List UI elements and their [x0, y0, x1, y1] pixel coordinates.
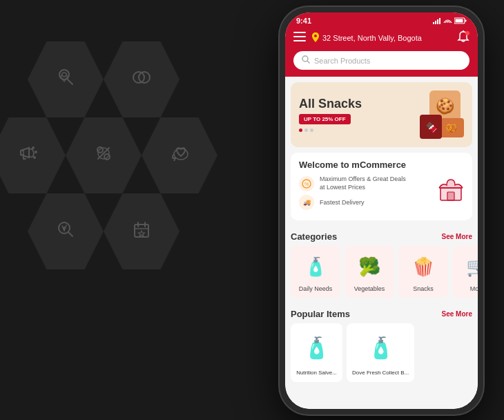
- categories-header: Categories See More: [285, 226, 478, 246]
- product-card-1[interactable]: 🧴 Nutrition Salve...: [291, 323, 342, 382]
- banner-dot-1: [299, 128, 302, 132]
- banner-image: 🍪 🥨 🍫: [409, 90, 464, 139]
- svg-point-38: [302, 56, 308, 61]
- search-icon: [302, 55, 310, 66]
- popular-see-more[interactable]: See More: [442, 310, 472, 318]
- svg-point-1: [62, 73, 66, 77]
- hamburger-icon[interactable]: [293, 32, 306, 44]
- location-pin-icon: [311, 32, 320, 44]
- svg-rect-26: [435, 21, 436, 24]
- category-more-image: 🛒: [460, 251, 478, 283]
- banner-dots: [299, 128, 409, 132]
- svg-point-8: [32, 146, 35, 149]
- svg-rect-32: [293, 32, 306, 33]
- delivery-icon: 🚚: [299, 195, 314, 210]
- banner-title: All Snacks: [299, 97, 409, 111]
- popular-section: Popular Items See More 🧴 Nutrition Salve…: [285, 303, 478, 388]
- product-card-2[interactable]: 🧴 Dove Fresh Collect B...: [347, 323, 414, 382]
- promo-banner[interactable]: All Snacks UP TO 25% OFF 🍪 🥨 🍫: [291, 82, 472, 147]
- welcome-title: Welcome to mCommerce: [299, 160, 464, 170]
- category-vegetables-image: 🥦: [352, 251, 387, 283]
- svg-rect-31: [456, 19, 463, 23]
- welcome-section: Welcome to mCommerce % Maximum O: [291, 153, 472, 220]
- status-icons: [433, 17, 467, 24]
- hex-item-7: [104, 193, 180, 269]
- hex-item-4: [66, 117, 142, 193]
- category-vegetables-label: Vegetables: [354, 285, 385, 292]
- store-icon: [438, 175, 464, 207]
- banner-text-area: All Snacks UP TO 25% OFF: [299, 97, 409, 133]
- welcome-feature-1: Maximum Offers & Great Dealsat Lowest Pr…: [320, 175, 406, 191]
- svg-point-0: [59, 70, 69, 79]
- banner-dot-2: [304, 128, 308, 132]
- hex-item-6: [28, 193, 104, 269]
- category-vegetables[interactable]: 🥦 Vegetables: [345, 246, 394, 298]
- welcome-row-1: % Maximum Offers & Great Dealsat Lowest …: [299, 175, 438, 191]
- search-bar[interactable]: Search Products: [293, 51, 469, 70]
- offers-icon: %: [299, 176, 314, 191]
- search-bar-container: Search Products: [285, 51, 478, 77]
- svg-rect-5: [21, 151, 23, 155]
- category-daily-needs-label: Daily Needs: [299, 285, 333, 292]
- product-name-2: Dove Fresh Collect B...: [352, 370, 409, 376]
- phone-screen: 9:41: [285, 12, 478, 409]
- category-snacks-image: 🍿: [406, 251, 440, 283]
- signal-icon: [433, 18, 441, 24]
- popular-items-row: 🧴 Nutrition Salve... 🧴 Dove Fresh Collec…: [285, 323, 478, 382]
- svg-rect-33: [293, 36, 306, 37]
- popular-header: Popular Items See More: [285, 303, 478, 323]
- phone-frame: 9:41: [280, 7, 483, 414]
- svg-rect-30: [465, 20, 467, 22]
- category-snacks[interactable]: 🍿 Snacks: [398, 246, 448, 298]
- svg-rect-45: [447, 192, 454, 200]
- megaphone-icon: [15, 141, 40, 171]
- hex-item-3: [0, 117, 66, 193]
- category-daily-needs[interactable]: 🧴 Daily Needs: [291, 246, 340, 298]
- category-more[interactable]: 🛒 More: [452, 246, 478, 298]
- category-more-label: More: [470, 285, 478, 292]
- hex-item-2: [104, 41, 180, 117]
- svg-point-9: [35, 151, 37, 153]
- calendar-star-icon: [129, 217, 154, 247]
- status-bar: 9:41: [285, 12, 478, 28]
- svg-rect-34: [293, 40, 306, 41]
- product-image-2: 🧴: [362, 329, 400, 367]
- svg-text:🚚: 🚚: [303, 198, 311, 207]
- svg-rect-28: [439, 18, 440, 24]
- categories-title: Categories: [291, 231, 337, 242]
- hex-background: [0, 0, 262, 420]
- search-placeholder: Search Products: [314, 57, 370, 65]
- svg-point-35: [314, 35, 317, 37]
- svg-rect-25: [433, 22, 434, 24]
- category-daily-needs-image: 🧴: [298, 251, 333, 283]
- svg-point-20: [63, 227, 66, 229]
- banner-dot-3: [310, 128, 313, 132]
- welcome-feature-2: Fastest Delivery: [320, 199, 365, 207]
- nav-bar: 32 Street, North Vally, Bogota: [285, 28, 478, 51]
- compass-search-icon: [53, 217, 78, 247]
- location-text: 32 Street, North Vally, Bogota: [322, 34, 422, 42]
- battery-icon: [454, 17, 467, 24]
- svg-line-39: [308, 61, 310, 64]
- svg-line-17: [68, 232, 72, 236]
- product-name-1: Nutrition Salve...: [296, 370, 337, 376]
- svg-text:%: %: [304, 182, 309, 187]
- notification-bell-icon[interactable]: [457, 30, 469, 46]
- circles-icon: [129, 65, 154, 95]
- location-area[interactable]: 32 Street, North Vally, Bogota: [311, 32, 457, 44]
- welcome-row-2: 🚚 Fastest Delivery: [299, 195, 438, 210]
- category-snacks-label: Snacks: [413, 285, 434, 292]
- popular-title: Popular Items: [291, 309, 350, 319]
- status-time: 9:41: [296, 17, 311, 25]
- product-image-1: 🧴: [298, 329, 336, 367]
- categories-see-more[interactable]: See More: [442, 233, 472, 240]
- svg-rect-27: [437, 19, 438, 24]
- heart-bubble-icon: [167, 141, 192, 171]
- content-area[interactable]: All Snacks UP TO 25% OFF 🍪 🥨 🍫: [285, 77, 478, 409]
- percent-icon: [91, 141, 116, 171]
- hex-item-5: [142, 117, 217, 193]
- wifi-icon: [443, 18, 452, 24]
- hex-item-1: [28, 41, 104, 117]
- welcome-features: % Maximum Offers & Great Dealsat Lowest …: [299, 175, 438, 213]
- svg-line-2: [68, 79, 72, 84]
